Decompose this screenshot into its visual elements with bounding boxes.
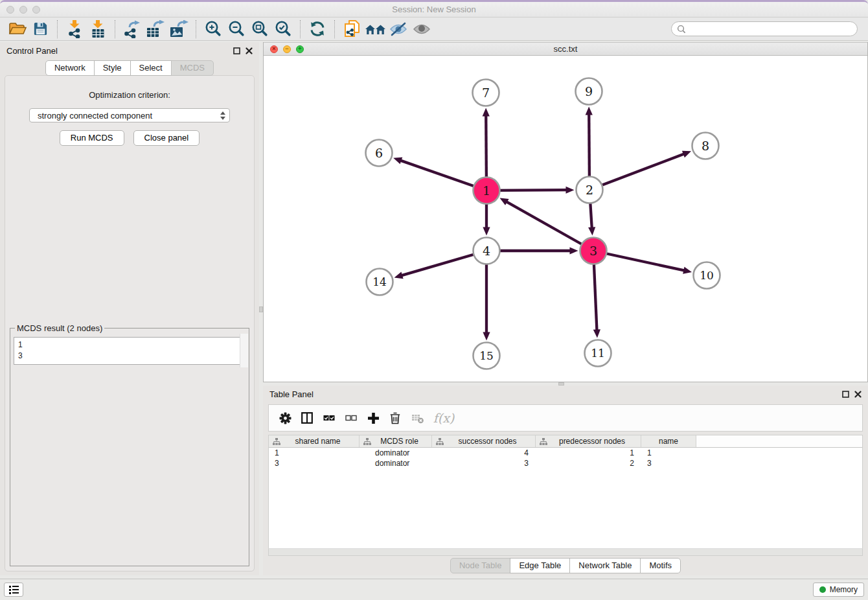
export-image-button[interactable] [167,19,190,40]
tab-mcds[interactable]: MCDS [171,60,214,76]
show-all-button[interactable] [410,19,433,40]
float-panel-icon[interactable] [233,47,240,54]
table-cell[interactable]: 2 [536,459,641,468]
clone-network-icon [343,19,361,38]
select-all-columns-button[interactable] [319,408,339,428]
mcds-result-text[interactable]: 1 3 [14,337,246,365]
column-header-name[interactable]: name [641,435,696,447]
column-header-MCDS-role[interactable]: MCDS role [360,435,432,447]
panel-divider[interactable] [259,42,263,575]
tab-motifs[interactable]: Motifs [640,558,681,573]
first-neighbors-button[interactable] [363,19,387,40]
graph-edge-arrowhead [565,187,574,194]
delete-column-button[interactable] [407,408,427,428]
table-row[interactable]: 3dominator323 [269,458,862,468]
graph-node-label: 2 [586,183,593,197]
graph-node-label: 6 [375,146,383,160]
show-eye-icon [412,21,431,37]
search-box [671,21,858,36]
table-settings-button[interactable] [275,408,295,428]
graph-edge-arrowhead [483,332,490,341]
deselect-all-columns-button[interactable] [341,408,361,428]
network-canvas[interactable]: 1234678910111415 [264,56,867,382]
float-panel-icon[interactable] [842,391,849,398]
memory-button[interactable]: Memory [813,583,864,597]
column-header-predecessor-nodes[interactable]: predecessor nodes [536,435,641,447]
tab-node-table[interactable]: Node Table [450,558,511,573]
delete-column-icon [411,413,424,424]
run-mcds-button[interactable]: Run MCDS [60,130,124,146]
toolbar-separator [57,20,58,38]
table-cell[interactable]: 3 [432,459,536,468]
network-view-window: × − + scc.txt 1234678910111415 [263,42,868,382]
close-panel-icon[interactable] [246,47,253,54]
refresh-view-button[interactable] [306,19,329,40]
optimization-criterion-select[interactable]: strongly connected component [29,108,230,122]
main-titlebar: Session: New Session [0,2,868,17]
table-cell[interactable]: 1 [641,448,696,457]
graph-node-label: 9 [585,84,593,98]
network-graph[interactable]: 1234678910111415 [264,56,867,380]
graph-node-label: 14 [372,275,387,288]
horizontal-divider[interactable] [263,382,868,386]
graph-edge-arrowhead [570,247,578,254]
table-cell[interactable]: 3 [641,459,696,468]
tab-edge-table[interactable]: Edge Table [510,558,570,573]
table-header-row: shared nameMCDS rolesuccessor nodesprede… [269,435,862,448]
table-cell[interactable]: 4 [432,448,536,457]
column-header-shared-name[interactable]: shared name [269,435,360,447]
graph-edge-3-1[interactable] [506,202,593,251]
hide-selected-button[interactable] [387,19,410,40]
delete-row-button[interactable] [385,408,405,428]
toolbar-separator [115,20,115,38]
zoom-in-icon [203,19,223,39]
graph-edge-2-8[interactable] [589,154,685,190]
divider-grip[interactable] [259,306,263,312]
table-cell[interactable]: dominator [360,448,432,457]
graph-node-label: 8 [702,139,709,153]
tab-network[interactable]: Network [45,60,95,76]
column-header-successor-nodes[interactable]: successor nodes [432,435,536,447]
table-cell[interactable]: 1 [536,448,641,457]
search-input[interactable] [689,25,852,34]
control-panel-title: Control Panel [6,46,58,56]
list-icon [9,586,19,594]
graph-edge-arrowhead [588,227,595,235]
table-cell[interactable]: 1 [269,448,360,457]
import-table-icon [89,19,107,38]
divider-grip[interactable] [558,382,564,386]
main-area: Control Panel NetworkStyleSelectMCDS Opt… [0,41,868,579]
add-row-button[interactable] [363,408,383,428]
close-panel-icon[interactable] [854,391,862,398]
zoom-selected-button[interactable] [271,19,295,40]
import-network-button[interactable] [63,19,86,40]
tab-style[interactable]: Style [94,60,131,76]
zoom-fit-button[interactable] [248,19,271,40]
result-scrollbar[interactable] [240,334,248,367]
zoom-out-button[interactable] [225,19,248,40]
save-session-button[interactable] [29,19,52,40]
function-builder-button[interactable]: f(x) [429,408,458,428]
save-icon [32,21,49,37]
tab-network-table[interactable]: Network Table [569,558,641,573]
table-cell[interactable]: 3 [269,459,360,468]
toolbar-separator [334,20,335,38]
toolbar-separator [300,20,301,38]
tab-select[interactable]: Select [130,60,172,76]
table-panel: Table Panel [263,386,868,575]
network-window-title: scc.txt [264,44,867,54]
export-network-button[interactable] [120,19,144,40]
table-cell[interactable]: dominator [360,459,432,468]
open-session-button[interactable] [5,19,29,40]
clone-network-button[interactable] [340,19,363,40]
gear-icon [279,412,291,424]
import-table-button[interactable] [86,19,109,40]
task-history-button[interactable] [4,583,23,597]
table-row[interactable]: 1dominator411 [269,448,862,458]
export-table-button[interactable] [144,19,167,40]
trash-icon [389,411,401,424]
close-panel-button[interactable]: Close panel [133,130,200,146]
zoom-in-button[interactable] [201,19,225,40]
column-layout-button[interactable] [297,408,317,428]
table-hscrollbar[interactable] [268,548,863,556]
